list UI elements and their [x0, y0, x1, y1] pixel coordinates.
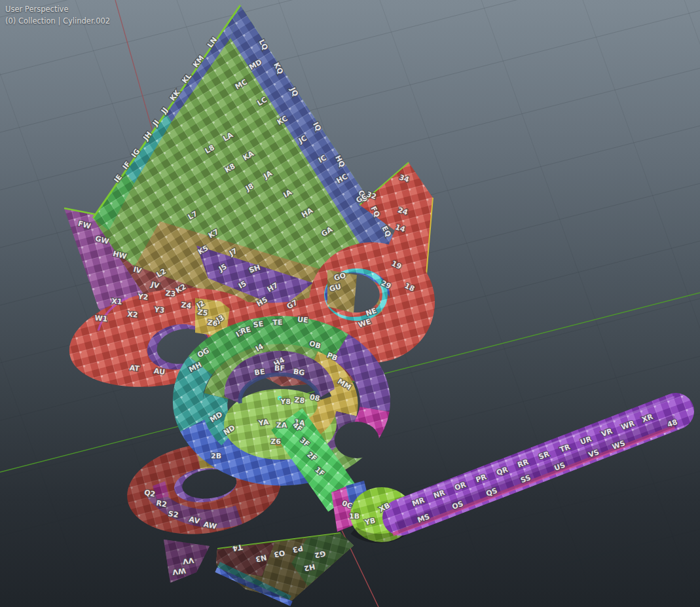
- svg-text:BF: BF: [274, 364, 285, 373]
- svg-text:X2: X2: [127, 310, 138, 320]
- svg-text:2B: 2B: [211, 452, 221, 460]
- blender-viewport[interactable]: LQKQJQIQHQGQFQEQLNKMKLKKJJJIJHIGIFIEMDMC…: [0, 0, 700, 607]
- gap-hole: [335, 422, 379, 458]
- svg-text:R2: R2: [156, 499, 168, 509]
- svg-text:W1: W1: [94, 314, 108, 323]
- viewport-header-overlay: User Perspective (0) Collection | Cylind…: [5, 3, 110, 27]
- svg-text:YA: YA: [257, 418, 270, 428]
- collection-breadcrumb: (0) Collection | Cylinder.002: [5, 15, 110, 27]
- svg-text:Z5: Z5: [197, 308, 208, 318]
- svg-text:1B: 1B: [349, 512, 359, 521]
- svg-text:Y2: Y2: [137, 292, 149, 302]
- svg-text:AT: AT: [129, 363, 140, 373]
- svg-text:VV: VV: [182, 556, 194, 566]
- svg-text:AU: AU: [153, 367, 165, 377]
- svg-text:Z8: Z8: [294, 395, 305, 405]
- viewport-canvas[interactable]: LQKQJQIQHQGQFQEQLNKMKLKKJJJIJHIGIFIEMDMC…: [0, 0, 700, 607]
- svg-text:Z4: Z4: [181, 301, 192, 310]
- svg-text:ZA: ZA: [276, 421, 287, 430]
- svg-text:Y8: Y8: [280, 397, 291, 406]
- svg-text:S2: S2: [168, 509, 179, 520]
- view-perspective-label: User Perspective: [5, 3, 110, 15]
- svg-text:Z6: Z6: [270, 437, 281, 446]
- svg-text:Z6: Z6: [207, 318, 219, 328]
- svg-text:Z3: Z3: [165, 289, 176, 299]
- svg-text:BG: BG: [293, 367, 305, 377]
- svg-text:Y3: Y3: [153, 305, 165, 315]
- svg-text:TE: TE: [272, 318, 282, 327]
- svg-text:BE: BE: [254, 367, 266, 377]
- svg-text:SE: SE: [253, 320, 264, 329]
- svg-text:UE: UE: [297, 315, 309, 325]
- svg-text:X1: X1: [111, 297, 122, 306]
